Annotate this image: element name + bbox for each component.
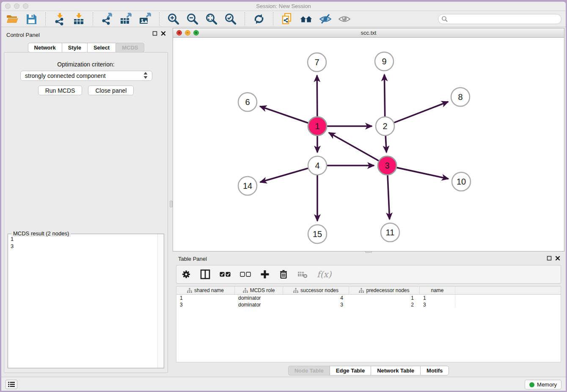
network-frame-controls: × − + [176,30,199,36]
close-table-panel-icon[interactable] [555,256,560,261]
criterion-dropdown[interactable]: strongly connected component [20,71,152,81]
dropdown-stepper-icon [143,72,148,80]
column-header-mcds-role[interactable]: MCDS role [235,287,283,294]
maximize-network-icon[interactable]: + [193,30,199,36]
main-toolbar [1,11,566,27]
window-controls [5,3,28,9]
tab-select[interactable]: Select [87,43,116,52]
memory-status-icon [529,382,534,387]
home-views-icon[interactable] [300,13,313,25]
function-builder-icon[interactable]: f(x) [317,269,331,279]
close-panel-button[interactable]: Close panel [88,86,134,95]
close-panel-icon[interactable] [161,31,166,36]
cell-successor-nodes: 4 [283,295,349,301]
network-graph[interactable]: 7968124314101511 [173,38,564,251]
graph-edge-3-1[interactable] [329,133,379,160]
zoom-selected-icon[interactable] [224,13,237,25]
tab-network-table[interactable]: Network Table [371,366,420,375]
search-field [438,14,561,24]
graph-node-label-10: 10 [457,177,466,186]
toolbar-separator [159,12,160,26]
close-network-icon[interactable]: × [176,30,182,36]
vertical-splitter-handle[interactable] [170,201,173,207]
table-panel-tabs: Node Table Edge Table Network Table Moti… [173,364,564,375]
import-table-icon[interactable] [72,13,85,25]
minimize-window-button[interactable] [14,3,19,9]
cell-successor-nodes: 3 [283,302,349,308]
mcds-result-text[interactable]: 1 3 [8,234,157,368]
column-header-name[interactable]: name [420,287,455,294]
graph-edge-2-8[interactable] [394,102,448,122]
graph-node-label-9: 9 [382,57,386,66]
export-network-icon[interactable] [100,13,114,25]
graph-edge-3-11[interactable] [388,175,390,219]
import-network-icon[interactable] [53,13,66,25]
zoom-fit-icon[interactable] [205,13,218,25]
control-panel: Control Panel Network Style Select MCDS … [1,28,171,377]
tab-node-table[interactable]: Node Table [288,366,330,375]
float-panel-icon[interactable] [152,31,157,36]
graph-edge-3-10[interactable] [396,168,448,179]
cell-shared-name: 1 [176,295,235,301]
minimize-network-icon[interactable]: − [185,30,190,36]
search-icon [441,16,448,24]
memory-button[interactable]: Memory [525,380,561,389]
tab-style[interactable]: Style [62,43,87,52]
show-columns-icon[interactable] [200,269,210,279]
export-image-icon[interactable] [138,13,152,25]
zoom-out-icon[interactable] [186,13,199,25]
tab-edge-table[interactable]: Edge Table [330,366,371,375]
close-window-button[interactable] [5,3,11,9]
tab-mcds[interactable]: MCDS [116,43,144,52]
open-session-icon[interactable] [6,13,19,25]
tab-motifs[interactable]: Motifs [420,366,449,375]
cell-name: 1 [420,295,455,301]
column-header-predecessor-nodes[interactable]: predecessor nodes [349,287,420,294]
deselect-all-icon[interactable] [240,271,251,278]
table-settings-gear-icon[interactable] [182,270,191,279]
table-panel-buttons [547,256,560,261]
graph-node-label-6: 6 [245,97,250,107]
result-scrollbar[interactable] [157,234,164,368]
delete-table-icon[interactable] [297,270,308,279]
refresh-icon[interactable] [252,13,266,25]
delete-column-icon[interactable] [279,269,288,279]
control-panel-title: Control Panel [6,32,40,38]
control-panel-buttons [152,31,166,36]
save-session-icon[interactable] [25,13,38,25]
float-table-panel-icon[interactable] [547,256,552,261]
search-input[interactable] [438,14,561,24]
column-type-icon [243,288,248,293]
column-type-icon [293,288,298,293]
window-title: Session: New Session [1,2,566,11]
optimization-criterion-label: Optimization criterion: [4,61,168,68]
tab-network[interactable]: Network [28,43,62,52]
maximize-window-button[interactable] [23,3,28,9]
zoom-in-icon[interactable] [167,13,180,25]
graph-edge-2-9[interactable] [384,75,385,116]
network-frame-title: scc.txt [173,28,564,37]
select-all-icon[interactable] [220,271,231,278]
control-panel-tabs: Network Style Select MCDS [1,43,171,52]
add-column-icon[interactable] [260,270,270,279]
column-header-shared-name[interactable]: shared name [176,287,235,294]
column-header-successor-nodes[interactable]: successor nodes [283,287,349,294]
network-frame-titlebar[interactable]: × − + scc.txt [173,28,564,38]
network-documents-icon[interactable] [281,13,294,25]
memory-label: Memory [537,381,557,388]
run-mcds-button[interactable]: Run MCDS [38,86,83,95]
mcds-result-group: MCDS result (2 nodes) 1 3 [8,234,164,368]
hide-eye-icon[interactable] [319,13,332,25]
graph-edge-1-7[interactable] [317,75,317,116]
status-bar: Memory [1,377,566,391]
task-history-button[interactable] [6,380,17,389]
graph-edge-1-6[interactable] [260,106,308,123]
export-table-icon[interactable] [119,13,133,25]
graph-node-label-2: 2 [383,121,387,131]
table-row[interactable]: 3 dominator 3 2 3 [176,301,561,308]
graph-node-label-1: 1 [315,121,319,131]
graph-edge-4-14[interactable] [260,168,308,182]
table-row[interactable]: 1 dominator 4 1 1 [176,295,561,301]
graph-edge-2-3[interactable] [385,136,386,152]
show-eye-icon[interactable] [338,13,351,25]
